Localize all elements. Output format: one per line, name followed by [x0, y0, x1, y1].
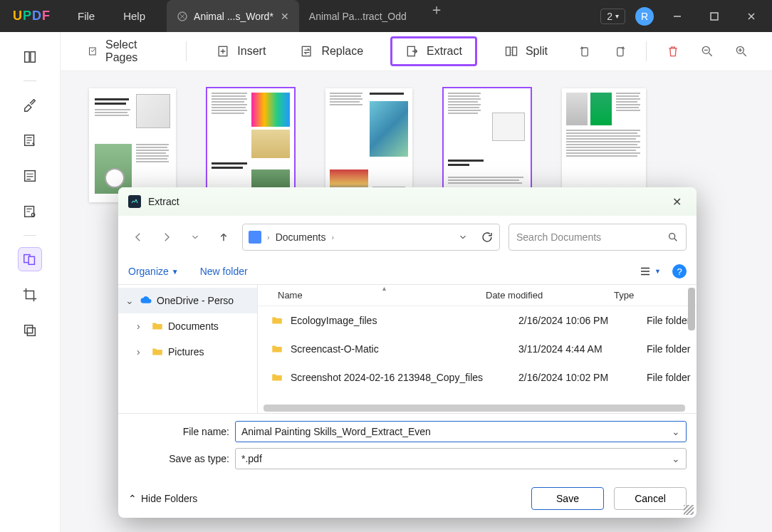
- cloud-icon: [140, 294, 152, 307]
- split-button[interactable]: Split: [497, 40, 555, 63]
- nav-forward-icon[interactable]: [157, 227, 177, 247]
- view-mode-button[interactable]: ▼: [639, 265, 661, 278]
- window-minimize[interactable]: [664, 6, 691, 27]
- dialog-title: Extract: [148, 196, 179, 207]
- sidebar-highlighter-icon[interactable]: [18, 93, 42, 117]
- workspace-badge[interactable]: 2 ▾: [600, 9, 625, 24]
- sidebar-ocr-icon[interactable]: [18, 199, 42, 224]
- menu-file[interactable]: File: [78, 10, 95, 22]
- rotate-left-icon[interactable]: [575, 41, 596, 62]
- thumbnail-page-2[interactable]: [207, 88, 294, 202]
- tree-onedrive[interactable]: ⌄ OneDrive - Perso: [118, 288, 257, 313]
- file-date: 3/11/2024 4:44 AM: [518, 343, 647, 355]
- breadcrumb-location: Documents: [276, 231, 326, 243]
- breadcrumb-path[interactable]: › Documents ›: [242, 224, 500, 251]
- chevron-right-icon: ›: [137, 320, 147, 332]
- file-row[interactable]: Screencast-O-Matic 3/11/2024 4:44 AM Fil…: [258, 335, 697, 363]
- hide-folders-button[interactable]: ⌃ Hide Folders: [128, 493, 197, 504]
- window-close[interactable]: [738, 6, 765, 27]
- insert-button[interactable]: Insert: [209, 40, 273, 63]
- refresh-icon[interactable]: [481, 231, 494, 244]
- add-tab-button[interactable]: ＋: [417, 0, 457, 32]
- thumbnail-page-1[interactable]: [89, 88, 176, 202]
- thumbnail-page-3[interactable]: [325, 88, 412, 202]
- saveas-select[interactable]: *.pdf ⌄: [235, 448, 687, 469]
- tab-doc-icon: [177, 11, 188, 22]
- tab-active[interactable]: Animal ...s_Word* ✕: [167, 0, 299, 32]
- page-toolbar: Select Pages Insert Replace Extract Spli…: [61, 32, 772, 71]
- chevron-up-icon: ⌃: [128, 493, 137, 504]
- svg-rect-15: [506, 47, 510, 56]
- col-date[interactable]: Date modified: [486, 290, 614, 301]
- svg-rect-2: [711, 13, 718, 20]
- save-button[interactable]: Save: [531, 487, 604, 510]
- documents-folder-icon: [249, 231, 261, 244]
- search-input[interactable]: Search Documents: [508, 224, 687, 251]
- tree-documents[interactable]: › Documents: [118, 313, 257, 339]
- delete-icon[interactable]: [662, 41, 684, 62]
- insert-icon: [216, 44, 230, 58]
- cancel-button[interactable]: Cancel: [614, 487, 687, 510]
- nav-recent-icon[interactable]: [185, 227, 205, 247]
- thumbnail-page-4[interactable]: [444, 88, 531, 202]
- window-maximize[interactable]: [701, 6, 728, 27]
- replace-button[interactable]: Replace: [293, 40, 370, 63]
- extract-button[interactable]: Extract: [390, 36, 477, 66]
- tab-close-icon[interactable]: ✕: [281, 11, 289, 22]
- nav-up-icon[interactable]: [214, 227, 234, 247]
- separator: [186, 41, 187, 61]
- sidebar-batch-icon[interactable]: [18, 318, 42, 343]
- sidebar-reader-icon[interactable]: [18, 45, 42, 69]
- resize-grip[interactable]: [684, 505, 694, 515]
- col-type[interactable]: Type: [614, 290, 697, 301]
- tab-inactive[interactable]: Animal Pa...tract_Odd: [299, 0, 417, 32]
- dialog-close-icon[interactable]: ✕: [667, 192, 687, 212]
- select-pages-button[interactable]: Select Pages: [80, 34, 163, 68]
- path-dropdown-icon[interactable]: [458, 232, 468, 242]
- filename-input[interactable]: Animal Painting Skills_Word_Extract_Even…: [235, 421, 687, 442]
- chevron-down-icon: ▾: [615, 12, 619, 20]
- zoom-out-icon[interactable]: [697, 41, 718, 62]
- dialog-titlebar: Extract ✕: [118, 187, 697, 216]
- help-icon[interactable]: ?: [672, 264, 687, 278]
- sidebar-edit-icon[interactable]: [18, 128, 42, 152]
- vertical-scrollbar[interactable]: [688, 288, 695, 330]
- chevron-right-icon: ›: [267, 233, 270, 241]
- folder-icon: [271, 343, 283, 355]
- rotate-right-icon[interactable]: [609, 41, 630, 62]
- divider: [24, 235, 36, 236]
- chevron-down-icon[interactable]: ⌄: [672, 426, 680, 437]
- sort-indicator-icon: ▴: [382, 284, 386, 292]
- titlebar: UPDF File Help Animal ...s_Word* ✕ Anima…: [0, 0, 772, 32]
- dialog-toolbar: Organize ▼ New folder ▼ ?: [118, 259, 697, 284]
- tree-pictures[interactable]: › Pictures: [118, 339, 257, 365]
- organize-button[interactable]: Organize ▼: [128, 266, 179, 277]
- folder-icon: [151, 320, 164, 333]
- chevron-down-icon: ⌄: [125, 295, 135, 306]
- horizontal-scrollbar[interactable]: [264, 405, 685, 412]
- chevron-down-icon[interactable]: ⌄: [672, 453, 680, 464]
- file-row[interactable]: Screenshot 2024-02-16 213948_Copy_files …: [258, 363, 697, 392]
- separator: [646, 41, 647, 61]
- sidebar-form-icon[interactable]: [18, 164, 42, 188]
- file-list-header: Name ▴ Date modified Type: [258, 285, 697, 306]
- chevron-down-icon: ▼: [654, 268, 661, 275]
- chevron-right-icon: ›: [331, 233, 334, 241]
- col-name[interactable]: Name: [258, 290, 486, 301]
- user-avatar[interactable]: R: [635, 7, 654, 26]
- file-name: Screenshot 2024-02-16 213948_Copy_files: [291, 372, 518, 383]
- chevron-down-icon: ▼: [172, 268, 179, 276]
- menu-help[interactable]: Help: [123, 10, 145, 22]
- nav-back-icon[interactable]: [128, 227, 148, 247]
- folder-icon: [151, 345, 164, 358]
- new-folder-button[interactable]: New folder: [200, 266, 248, 277]
- extract-icon: [405, 44, 419, 58]
- svg-rect-10: [27, 328, 35, 335]
- file-row[interactable]: EcologyImage_files 2/16/2024 10:06 PM Fi…: [258, 306, 697, 335]
- file-list: Name ▴ Date modified Type EcologyImage_f…: [258, 285, 697, 413]
- sidebar-organize-pages-icon[interactable]: [18, 247, 42, 271]
- zoom-in-icon[interactable]: [731, 41, 752, 62]
- file-date: 2/16/2024 10:06 PM: [518, 315, 647, 326]
- sidebar-crop-icon[interactable]: [18, 283, 42, 307]
- thumbnail-page-5[interactable]: [562, 88, 646, 202]
